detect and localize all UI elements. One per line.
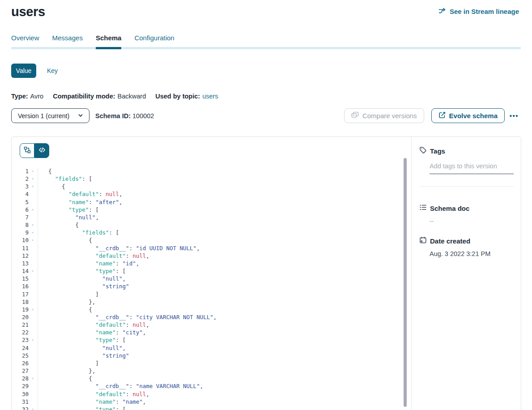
code-line: 4 "default": null, <box>12 190 404 198</box>
view-mode-toggle <box>20 143 49 158</box>
line-number: 9 <box>12 229 29 236</box>
value-toggle-button[interactable]: Value <box>11 64 36 78</box>
line-number: 29 <box>12 382 29 390</box>
code-line: 18 }, <box>12 298 404 306</box>
tab-overview[interactable]: Overview <box>11 34 39 49</box>
collapse-arrow-icon[interactable]: ▾ <box>29 221 37 229</box>
compare-versions-button[interactable]: Compare versions <box>344 108 424 123</box>
tags-heading: Tags <box>419 146 514 155</box>
line-number: 32 <box>12 406 29 410</box>
stream-lineage-link[interactable]: See in Stream lineage <box>438 7 519 15</box>
code-line: 14▾ "type": [ <box>12 267 404 275</box>
sidebar-divider <box>419 186 514 187</box>
collapse-arrow-icon[interactable]: ▾ <box>29 183 37 190</box>
tab-messages[interactable]: Messages <box>52 34 83 49</box>
edit-icon <box>438 111 446 120</box>
schema-page: users See in Stream lineage Overview Mes… <box>0 0 532 410</box>
collapse-arrow-placeholder <box>29 190 37 198</box>
code-line: 10▾ { <box>12 236 404 244</box>
collapse-arrow-placeholder <box>29 390 37 398</box>
evolve-schema-button[interactable]: Evolve schema <box>431 108 505 123</box>
code-text: "name": "after", <box>38 198 123 206</box>
code-text: }, <box>38 298 95 306</box>
line-number: 3 <box>12 183 29 190</box>
code-text: "default": null, <box>38 321 149 329</box>
code-text: "__crdb__": "city VARCHAR NOT NULL", <box>38 313 217 321</box>
collapse-arrow-icon[interactable]: ▾ <box>29 167 37 175</box>
version-bar: Version 1 (current) Schema ID: 100002 Co… <box>11 108 521 123</box>
date-created-title: Date created <box>430 237 470 245</box>
code-line: 11 "__crdb__": "id UUID NOT NULL", <box>12 244 404 252</box>
code-text: { <box>38 183 65 190</box>
date-created-section: Date created Aug. 3 2022 3:21 PM <box>419 236 514 257</box>
date-created-value: Aug. 3 2022 3:21 PM <box>430 250 514 257</box>
page-title: users <box>11 4 45 19</box>
tab-configuration[interactable]: Configuration <box>134 34 174 49</box>
code-line: 2▾ "fields": [ <box>12 175 404 183</box>
collapse-arrow-icon[interactable]: ▾ <box>29 175 37 183</box>
more-actions-button[interactable]: ••• <box>507 112 521 120</box>
collapse-arrow-icon[interactable]: ▾ <box>29 375 37 382</box>
tab-bar: Overview Messages Schema Configuration <box>11 34 521 49</box>
code-line: 17 ] <box>12 290 404 298</box>
list-icon <box>419 204 427 213</box>
meta-used-by-topic: Used by topic: users <box>155 93 218 100</box>
line-number: 10 <box>12 236 29 244</box>
line-number: 5 <box>12 198 29 206</box>
line-number: 1 <box>12 167 29 175</box>
collapse-arrow-icon[interactable]: ▾ <box>29 236 37 244</box>
collapse-arrow-placeholder <box>29 359 37 367</box>
code-text: "__crdb__": "name VARCHAR NULL", <box>38 382 203 390</box>
code-line: 28▾ { <box>12 375 404 382</box>
line-number: 26 <box>12 359 29 367</box>
collapse-arrow-icon[interactable]: ▾ <box>29 336 37 344</box>
line-number: 24 <box>12 344 29 352</box>
code-text: "null", <box>38 344 126 352</box>
code-line: 25 "string" <box>12 352 404 359</box>
code-text: }, <box>38 367 95 375</box>
code-text: "default": null, <box>38 190 123 198</box>
line-number: 17 <box>12 290 29 298</box>
line-number: 15 <box>12 275 29 282</box>
collapse-arrow-icon[interactable]: ▾ <box>29 406 37 410</box>
collapse-arrow-placeholder <box>29 329 37 336</box>
tag-icon <box>419 146 427 155</box>
code-view-button[interactable] <box>34 143 49 158</box>
code-line: 1▾{ <box>12 167 404 175</box>
collapse-arrow-icon[interactable]: ▾ <box>29 267 37 275</box>
code-line: 26 ] <box>12 359 404 367</box>
code-line: 23▾ "type": [ <box>12 336 404 344</box>
collapse-arrow-placeholder <box>29 214 37 221</box>
meta-compatibility: Compatibility mode: Backward <box>53 93 146 100</box>
schema-id: Schema ID: 100002 <box>95 112 154 120</box>
collapse-arrow-icon[interactable]: ▾ <box>29 306 37 313</box>
collapse-arrow-placeholder <box>29 313 37 321</box>
line-number: 16 <box>12 282 29 290</box>
code-text: "type": [ <box>38 267 126 275</box>
collapse-arrow-placeholder <box>29 344 37 352</box>
meta-type-value: Avro <box>30 93 44 100</box>
vertical-scrollbar[interactable] <box>404 158 407 407</box>
key-toggle-button[interactable]: Key <box>47 67 58 74</box>
code-text: "fields": [ <box>38 229 119 236</box>
schema-sidebar: Tags <box>412 137 521 410</box>
tab-schema[interactable]: Schema <box>96 34 122 49</box>
collapse-arrow-placeholder <box>29 367 37 375</box>
collapse-arrow-placeholder <box>29 282 37 290</box>
code-line: 21 "default": null, <box>12 321 404 329</box>
stream-lineage-label: See in Stream lineage <box>450 8 519 15</box>
version-select[interactable]: Version 1 (current) <box>11 108 89 123</box>
line-number: 21 <box>12 321 29 329</box>
topic-link[interactable]: users <box>202 93 218 100</box>
code-viewer: 1▾{2▾ "fields": [3▾ {4 "default": null,5… <box>12 137 412 410</box>
meta-type: Type: Avro <box>11 93 43 100</box>
tree-view-button[interactable] <box>20 143 34 158</box>
add-tags-input[interactable] <box>430 162 514 174</box>
code-line: 16 "string" <box>12 282 404 290</box>
collapse-arrow-icon[interactable]: ▾ <box>29 206 37 214</box>
line-number: 20 <box>12 313 29 321</box>
code-line: 29 "__crdb__": "name VARCHAR NULL", <box>12 382 404 390</box>
collapse-arrow-icon[interactable]: ▾ <box>29 229 37 236</box>
compare-versions-label: Compare versions <box>362 112 417 120</box>
stream-lineage-icon <box>438 7 447 15</box>
